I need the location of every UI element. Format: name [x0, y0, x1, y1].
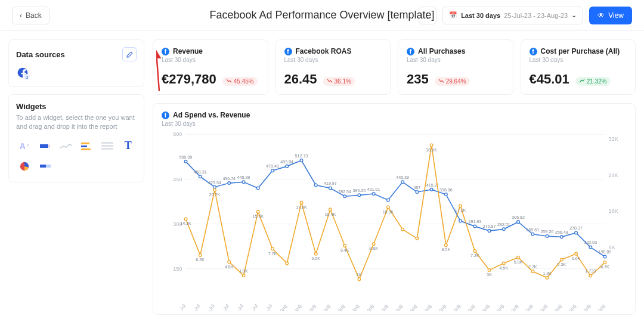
svg-point-140 — [459, 205, 462, 207]
svg-text:8.5K: 8.5K — [442, 247, 451, 252]
svg-text:396.35: 396.35 — [353, 188, 366, 193]
more-button[interactable]: ⋮ — [419, 7, 436, 24]
kpi-card[interactable]: f Revenue Last 30 days €279,780 45.45% — [153, 39, 268, 95]
svg-text:11-Aug: 11-Aug — [419, 303, 432, 311]
svg-point-158 — [589, 274, 592, 277]
svg-text:15.9K: 15.9K — [252, 214, 264, 219]
svg-rect-3 — [101, 142, 113, 144]
svg-text:25-Jul: 25-Jul — [175, 303, 187, 310]
kpi-title: Facebook ROAS — [296, 47, 352, 55]
back-label: Back — [26, 11, 42, 20]
svg-point-59 — [256, 187, 259, 190]
svg-rect-4 — [101, 145, 113, 147]
svg-text:5.3K: 5.3K — [558, 262, 566, 267]
svg-text:03-Aug: 03-Aug — [304, 303, 317, 311]
date-range-button[interactable]: 📅 Last 30 days 25-Jul-23 - 23-Aug-23 ⌄ — [442, 7, 583, 24]
svg-text:20-Aug: 20-Aug — [549, 303, 562, 311]
widget-pie[interactable] — [16, 158, 33, 175]
svg-text:14-Aug: 14-Aug — [463, 303, 476, 311]
date-range-value: 25-Jul-23 - 23-Aug-23 — [504, 12, 568, 19]
svg-text:15-Aug: 15-Aug — [477, 303, 490, 311]
edit-data-sources-button[interactable] — [122, 47, 137, 61]
svg-text:265.61: 265.61 — [526, 228, 539, 233]
svg-text:16-Aug: 16-Aug — [491, 303, 504, 311]
svg-text:7.2K: 7.2K — [470, 253, 479, 258]
svg-point-101 — [589, 246, 592, 249]
dots-vertical-icon: ⋮ — [423, 11, 432, 20]
svg-text:150: 150 — [173, 266, 182, 272]
svg-rect-0 — [81, 143, 89, 144]
view-label: View — [608, 11, 624, 20]
svg-text:450: 450 — [173, 176, 182, 182]
svg-text:01-Aug: 01-Aug — [275, 303, 288, 311]
chart-title: Ad Spend vs. Revenue — [173, 111, 250, 119]
kpi-card[interactable]: f All Purchases Last 30 days 235 29.64% — [398, 39, 513, 95]
svg-text:222.03: 222.03 — [584, 240, 597, 245]
widget-bar[interactable] — [78, 138, 95, 154]
svg-text:17-Aug: 17-Aug — [506, 303, 519, 311]
svg-point-80 — [430, 188, 433, 191]
kpi-subtitle: Last 30 days — [284, 57, 382, 63]
svg-text:436.74: 436.74 — [222, 176, 236, 181]
widget-line[interactable] — [57, 138, 75, 154]
svg-text:6.6K: 6.6K — [311, 256, 320, 261]
svg-text:16.4K: 16.4K — [325, 212, 336, 217]
kpi-value: €279,780 — [162, 72, 216, 87]
svg-point-130 — [372, 243, 375, 246]
back-button[interactable]: ‹ Back — [12, 7, 49, 24]
svg-text:259.26: 259.26 — [541, 230, 554, 234]
svg-point-89 — [503, 228, 506, 231]
facebook-icon: f — [284, 48, 292, 55]
facebook-source-icon[interactable]: 3 — [16, 66, 29, 79]
kpi-title: Cost per Purchase (All) — [541, 47, 620, 55]
svg-point-55 — [228, 182, 231, 185]
svg-point-85 — [473, 225, 476, 228]
kpi-value: 235 — [407, 72, 429, 87]
svg-text:440.39: 440.39 — [396, 175, 409, 180]
svg-point-57 — [242, 181, 245, 184]
svg-text:04-Aug: 04-Aug — [318, 303, 331, 311]
svg-text:6.6K: 6.6K — [572, 256, 581, 261]
svg-point-126 — [343, 244, 346, 247]
chart-area[interactable]: 1503004506008K16K24K32K25-Jul26-Jul27-Ju… — [162, 127, 627, 311]
svg-point-107 — [199, 254, 202, 257]
svg-text:4.5K: 4.5K — [500, 266, 509, 271]
svg-text:05-Aug: 05-Aug — [333, 303, 346, 311]
svg-text:1K: 1K — [357, 272, 362, 277]
svg-text:1.8K: 1.8K — [239, 269, 248, 274]
svg-text:6.3K: 6.3K — [196, 258, 205, 262]
svg-point-60 — [271, 169, 274, 172]
widget-heading[interactable]: T — [119, 138, 137, 154]
view-button[interactable]: 👁 View — [589, 7, 632, 24]
svg-point-103 — [603, 255, 606, 258]
svg-text:282.51: 282.51 — [497, 222, 510, 227]
widgets-panel: Widgets To add a widget, select the one … — [8, 94, 144, 182]
svg-text:18-Aug: 18-Aug — [521, 303, 534, 311]
chart-card: f Ad Spend vs. Revenue Last 30 days 1503… — [153, 103, 636, 315]
kpi-card[interactable]: f Facebook ROAS Last 30 days 26.45 36.1% — [275, 39, 391, 95]
svg-rect-2 — [81, 148, 91, 150]
svg-point-119 — [286, 262, 289, 265]
svg-point-105 — [184, 218, 187, 221]
svg-text:512.73: 512.73 — [295, 154, 308, 159]
svg-text:493.04: 493.04 — [280, 160, 293, 165]
svg-point-95 — [546, 235, 549, 238]
svg-point-91 — [517, 221, 520, 224]
svg-point-154 — [560, 258, 563, 261]
kpi-card[interactable]: f Cost per Purchase (All) Last 30 days €… — [521, 39, 636, 95]
svg-text:478.48: 478.48 — [266, 164, 279, 169]
svg-text:8.8K: 8.8K — [369, 246, 378, 251]
svg-text:17.2K: 17.2K — [455, 208, 466, 213]
svg-text:600: 600 — [173, 131, 182, 137]
widget-text[interactable]: A↗ — [16, 138, 33, 154]
svg-point-64 — [300, 159, 303, 162]
widget-progress[interactable] — [37, 158, 54, 175]
svg-text:17.9K: 17.9K — [296, 205, 307, 210]
widget-kpi[interactable]: ↑ — [37, 138, 54, 154]
widget-table[interactable] — [99, 138, 116, 154]
svg-text:423.54: 423.54 — [208, 181, 221, 185]
svg-text:401.01: 401.01 — [367, 187, 380, 192]
svg-text:398.86: 398.86 — [439, 188, 453, 193]
data-sources-panel: Data sources 3 — [8, 39, 144, 87]
svg-text:306.82: 306.82 — [512, 215, 525, 220]
